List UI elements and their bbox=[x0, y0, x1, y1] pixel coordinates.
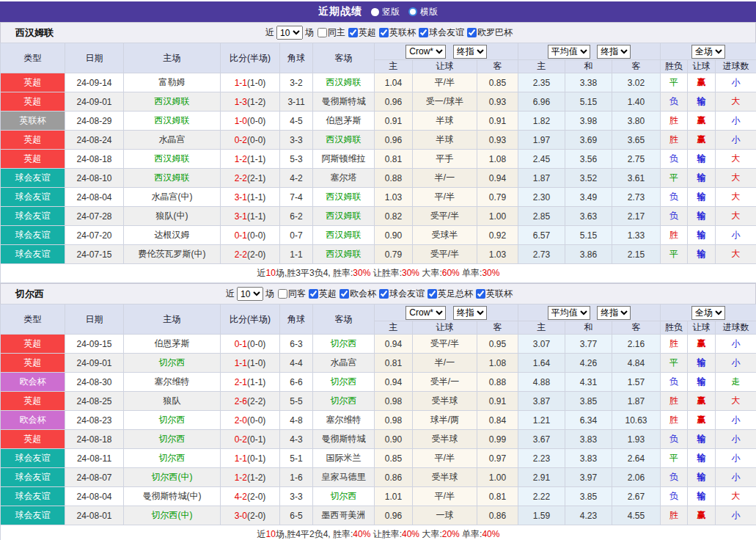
final-index-select-1[interactable]: 终指 bbox=[453, 45, 487, 59]
home-team-link[interactable]: 切尔西 bbox=[124, 411, 221, 430]
away-team-link[interactable]: 西汉姆联 bbox=[313, 226, 375, 245]
match-date: 24-08-10 bbox=[65, 169, 124, 188]
layout-radio-horizontal[interactable]: 横版 bbox=[408, 6, 438, 18]
league-filter[interactable]: 球会友谊 bbox=[379, 288, 425, 300]
home-team-link[interactable]: 水晶宫 bbox=[124, 131, 221, 150]
avg-home-odds: 1.64 bbox=[518, 354, 565, 373]
subcol-avg-home: 主 bbox=[518, 321, 565, 335]
handicap-line: 半/一 bbox=[413, 354, 477, 373]
away-team-link[interactable]: 国际米兰 bbox=[313, 449, 375, 468]
home-team-link[interactable]: 曼彻斯特城(中) bbox=[124, 487, 221, 506]
final-index-select-2[interactable]: 终指 bbox=[597, 45, 631, 59]
final-index-select-2[interactable]: 终指 bbox=[597, 306, 631, 320]
league-filter[interactable]: 欧罗巴杯 bbox=[467, 26, 513, 39]
league-filter[interactable]: 球会友谊 bbox=[419, 26, 464, 39]
away-team-link[interactable]: 皇家马德里 bbox=[313, 468, 375, 487]
average-select[interactable]: 平均值 bbox=[548, 45, 590, 59]
fulltime-select[interactable]: 全场 bbox=[691, 306, 725, 320]
home-team-link[interactable]: 富勒姆 bbox=[124, 73, 221, 92]
recent-count-select[interactable]: 10 bbox=[276, 26, 303, 40]
away-team-link[interactable]: 西汉姆联 bbox=[313, 245, 375, 264]
home-team-link[interactable]: 西汉姆联 bbox=[124, 92, 221, 112]
avg-draw-odds: 3.77 bbox=[565, 335, 612, 354]
league-filter[interactable]: 英超 bbox=[348, 26, 376, 39]
home-team-link[interactable]: 切尔西(中) bbox=[124, 506, 221, 525]
home-team-link[interactable]: 切尔西 bbox=[124, 354, 221, 373]
home-team-link[interactable]: 狼队 bbox=[124, 392, 221, 411]
league-checkbox[interactable] bbox=[309, 289, 318, 299]
league-checkbox[interactable] bbox=[419, 28, 428, 37]
home-team-link[interactable]: 西汉姆联 bbox=[124, 169, 221, 188]
league-checkbox[interactable] bbox=[467, 28, 477, 37]
away-team-link[interactable]: 西汉姆联 bbox=[313, 188, 375, 207]
away-team-link[interactable]: 西汉姆联 bbox=[313, 207, 375, 226]
bookmaker-select[interactable]: Crow* bbox=[405, 45, 446, 59]
away-team-link[interactable]: 塞尔塔 bbox=[313, 169, 375, 188]
match-date: 24-08-01 bbox=[65, 506, 124, 525]
home-team-link[interactable]: 切尔西(中) bbox=[124, 468, 221, 487]
result-outcome: 负 bbox=[661, 430, 688, 449]
home-team-link[interactable]: 狼队(中) bbox=[124, 207, 221, 226]
away-team-link[interactable]: 切尔西 bbox=[313, 335, 375, 354]
away-team-link[interactable]: 切尔西 bbox=[313, 487, 375, 506]
corner-count: 4-2 bbox=[280, 169, 313, 188]
same-venue-filter[interactable]: 同客 bbox=[278, 288, 306, 300]
home-team-link[interactable]: 费伦茨瓦罗斯(中) bbox=[124, 245, 221, 264]
home-team-link[interactable]: 水晶宫(中) bbox=[124, 188, 221, 207]
away-team-link[interactable]: 塞尔维特 bbox=[313, 411, 375, 430]
away-team-link[interactable]: 曼彻斯特城 bbox=[313, 430, 375, 449]
fulltime-score: 1-2 bbox=[235, 472, 247, 483]
away-team-link[interactable]: 水晶宫 bbox=[313, 354, 375, 373]
home-team-link[interactable]: 切尔西 bbox=[124, 430, 221, 449]
away-team-link[interactable]: 西汉姆联 bbox=[313, 73, 375, 92]
league-checkbox[interactable] bbox=[427, 289, 437, 299]
away-team-link[interactable]: 切尔西 bbox=[313, 373, 375, 392]
same-venue-filter[interactable]: 同主 bbox=[318, 26, 345, 39]
league-filter[interactable]: 英联杯 bbox=[379, 26, 416, 39]
away-team-link[interactable]: 伯恩茅斯 bbox=[313, 112, 375, 131]
match-date: 24-08-24 bbox=[65, 131, 124, 150]
home-team-link[interactable]: 切尔西 bbox=[124, 449, 221, 468]
away-team-link[interactable]: 曼彻斯特城 bbox=[313, 92, 375, 112]
away-team-link[interactable]: 西汉姆联 bbox=[313, 131, 375, 150]
home-team-link[interactable]: 塞尔维特 bbox=[124, 373, 221, 392]
fulltime-select[interactable]: 全场 bbox=[691, 45, 725, 59]
away-team-link[interactable]: 切尔西 bbox=[313, 392, 375, 411]
result-handicap: 输 bbox=[688, 430, 716, 449]
home-team-link[interactable]: 西汉姆联 bbox=[124, 150, 221, 169]
home-team-link[interactable]: 达根汉姆 bbox=[124, 226, 221, 245]
handicap-home-odds: 0.98 bbox=[375, 392, 413, 411]
same-venue-checkbox[interactable] bbox=[318, 28, 327, 37]
handicap-home-odds: 0.96 bbox=[375, 506, 413, 525]
league-checkbox[interactable] bbox=[340, 289, 349, 299]
recent-count-select[interactable]: 10 bbox=[237, 287, 263, 301]
league-checkbox[interactable] bbox=[379, 28, 389, 37]
league-filter[interactable]: 英足总杯 bbox=[427, 288, 473, 300]
result-handicap: 赢 bbox=[688, 506, 716, 525]
league-filter[interactable]: 英超 bbox=[309, 288, 337, 300]
home-team-link[interactable]: 西汉姆联 bbox=[124, 112, 221, 131]
competition-badge: 英超 bbox=[1, 354, 65, 373]
league-filter[interactable]: 欧会杯 bbox=[340, 288, 376, 300]
match-date: 24-08-11 bbox=[65, 449, 124, 468]
result-handicap: 输 bbox=[688, 487, 716, 506]
league-checkbox[interactable] bbox=[348, 28, 358, 37]
final-index-select-1[interactable]: 终指 bbox=[453, 306, 487, 320]
league-filter[interactable]: 英联杯 bbox=[476, 288, 513, 300]
home-team-link[interactable]: 伯恩茅斯 bbox=[124, 335, 221, 354]
league-checkbox[interactable] bbox=[379, 289, 389, 299]
average-select[interactable]: 平均值 bbox=[548, 306, 590, 320]
halftime-score: (1-1) bbox=[247, 211, 265, 222]
bookmaker-select[interactable]: Crow* bbox=[405, 306, 446, 320]
match-date: 24-07-20 bbox=[65, 226, 124, 245]
page-title: 近期战绩 bbox=[318, 5, 362, 18]
league-checkbox[interactable] bbox=[476, 289, 485, 299]
away-team-link[interactable]: 阿斯顿维拉 bbox=[313, 150, 375, 169]
fulltime-score: 2-0 bbox=[235, 415, 247, 426]
competition-badge: 英超 bbox=[1, 92, 65, 112]
layout-radio-vertical[interactable]: 竖版 bbox=[371, 6, 400, 18]
same-venue-checkbox[interactable] bbox=[278, 289, 287, 299]
away-team-link[interactable]: 墨西哥美洲 bbox=[313, 506, 375, 525]
corner-count: 7-4 bbox=[280, 188, 313, 207]
match-row: 球会友谊 24-07-28 狼队(中) 3-1(1-1) 6-2 西汉姆联 0.… bbox=[1, 207, 756, 226]
